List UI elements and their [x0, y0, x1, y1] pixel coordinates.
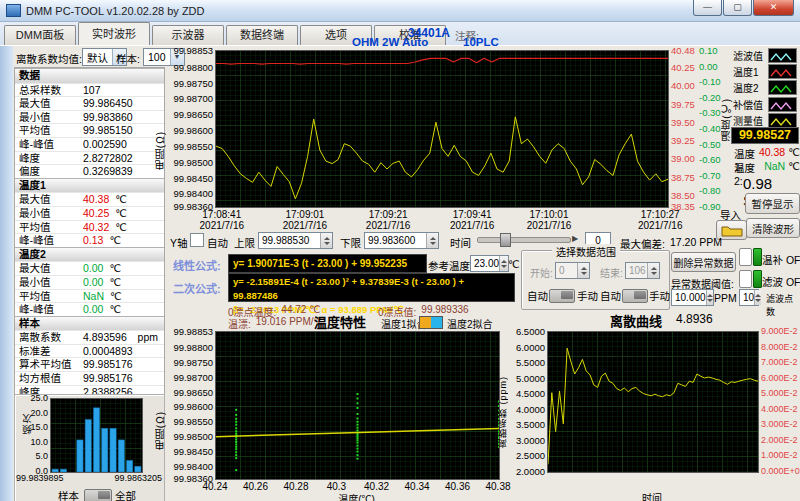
range-end-input[interactable]: 106: [625, 262, 660, 279]
stats-section-header: 温度1: [15, 178, 164, 193]
axis-tick: -0.90: [699, 201, 721, 212]
remove-outliers-button[interactable]: 删除异常数据: [671, 252, 736, 272]
legend-item-补偿值[interactable]: 补偿值: [733, 96, 797, 112]
axis-tick: 25.0: [30, 393, 48, 403]
clear-button[interactable]: 清除波形: [746, 218, 800, 238]
axis-tick: 99.98750: [173, 357, 213, 368]
content-area: 离散系数均值: 默认 ▼ 样本: 100 ▼ 数据总采样数107最大值99.98…: [0, 45, 800, 501]
ref-temp-unit: ℃: [508, 258, 520, 270]
tab-DMM面板[interactable]: DMM面板: [4, 25, 76, 45]
tab-示波器[interactable]: 示波器: [152, 25, 224, 45]
tab-实时波形[interactable]: 实时波形: [78, 22, 150, 45]
stats-section-header: 样本: [15, 316, 164, 331]
stats-row: 峰-峰值0.13℃: [15, 233, 164, 247]
spinner[interactable]: [426, 233, 438, 248]
axis-tick: 99.98853: [173, 45, 213, 56]
filter-toggle[interactable]: [739, 270, 762, 288]
time-slider[interactable]: [477, 237, 571, 243]
pause-button[interactable]: 暂停显示: [745, 193, 800, 214]
temp-drift-label: 温漂:: [228, 316, 251, 331]
ref-temp-input[interactable]: 23.00: [470, 255, 509, 272]
tab-数据终端[interactable]: 数据终端: [226, 25, 298, 45]
axis-tick: 17:10:012021/7/16: [527, 209, 572, 231]
plc-label: 10PLC: [463, 36, 499, 48]
axis-tick: 3.0000: [516, 435, 545, 446]
axis-tick: 2.5000: [516, 450, 545, 461]
slider-right-arrow-icon[interactable]: ▶: [572, 234, 578, 243]
stats-row: 最大值0.00℃: [15, 261, 164, 275]
range-toggle-2[interactable]: [622, 289, 648, 303]
spinner[interactable]: [499, 256, 508, 271]
axis-tick: 20.0: [30, 408, 48, 418]
time-slider-knob[interactable]: [500, 233, 511, 247]
axis-tick: 99.98500: [173, 157, 213, 168]
axis-tick: 6.5000: [516, 326, 545, 337]
threshold-input[interactable]: 10.000: [671, 289, 714, 306]
quad-formula-label: 二次公式:: [173, 280, 221, 296]
titlebar[interactable]: DMM PC-TOOL v1.20.02.28 by ZDD — ▢ ✕: [0, 0, 800, 22]
range-start-input[interactable]: 0: [555, 262, 590, 279]
sample-all-toggle[interactable]: [84, 489, 112, 501]
stats-row: 均方根值99.985176: [15, 371, 164, 385]
hist-y-axis: 25.020.015.010.05.00.0: [26, 398, 48, 471]
axis-tick: 99.98853: [173, 326, 213, 337]
legend-waveform-icon: [768, 97, 797, 112]
stats-row: 平均值99.985150: [15, 123, 164, 137]
axis-tick: 99.98400: [173, 188, 213, 199]
folder-icon: [721, 224, 743, 237]
range-start-label: 开始:: [530, 265, 553, 280]
dispersion-y-axis: 6.50006.00005.50005.00004.50004.00003.50…: [506, 331, 545, 471]
maximize-button[interactable]: ▢: [723, 0, 752, 16]
main-waveform-chart[interactable]: [215, 50, 669, 208]
axis-tick: 99.98600: [173, 401, 213, 412]
axis-tick: 6.0000: [516, 342, 545, 353]
legend-waveform-icon: [768, 113, 797, 128]
spinner[interactable]: [647, 263, 659, 278]
axis-tick: 9.000E-2: [761, 326, 798, 336]
legend-item-温度2[interactable]: 温度2: [733, 80, 797, 96]
axis-tick: 3.000E-2: [761, 419, 798, 429]
axis-tick: 2.0000: [516, 466, 545, 477]
axis-tick: -0.50: [699, 139, 721, 150]
stats-row: 峰-峰值0.002590: [15, 137, 164, 151]
spinner[interactable]: [754, 290, 761, 305]
stats-row: 偏度0.3269839: [15, 164, 164, 178]
lower-limit-input[interactable]: 99.983600: [364, 232, 439, 249]
temp-characteristic-chart[interactable]: [215, 331, 500, 480]
all-toggle-label: 全部: [115, 488, 136, 501]
legend-item-温度1[interactable]: 温度1: [733, 63, 797, 79]
close-button[interactable]: ✕: [753, 0, 794, 16]
axis-tick: 8.000E-2: [761, 342, 798, 352]
axis-tick: 17:09:212021/7/16: [366, 209, 411, 231]
axis-tick: -0.20: [699, 92, 721, 103]
mode-label: OHM 2W Auto: [352, 36, 428, 48]
yaxis-auto-checkbox[interactable]: [190, 233, 204, 247]
axis-tick: 99.98700: [173, 93, 213, 104]
axis-tick: -0.60: [699, 154, 721, 165]
filter-points-input[interactable]: 10: [739, 289, 759, 306]
cv-mean-label: 离散系数均值:: [16, 51, 82, 66]
temp-comp-toggle[interactable]: [739, 248, 762, 266]
dispersion-chart[interactable]: [547, 331, 759, 473]
range-toggle-1[interactable]: [549, 289, 575, 303]
fit2-swatch: [431, 316, 443, 329]
spinner[interactable]: [577, 263, 589, 278]
legend-label: 滤波值: [733, 48, 768, 63]
filter-label: 滤波 OFF: [762, 274, 800, 289]
spinner[interactable]: [706, 290, 713, 305]
sample-toggle-label: 样本: [58, 488, 79, 501]
axis-tick: 5.5000: [516, 357, 545, 368]
legend-item-滤波值[interactable]: 滤波值: [733, 47, 797, 63]
axis-tick: 39.25: [671, 135, 695, 146]
axis-tick: 0.00: [699, 61, 718, 72]
lower-limit-value: 99.983600: [368, 235, 415, 246]
minimize-button[interactable]: —: [693, 0, 722, 16]
stats-row: 峰-峰值0.00℃: [15, 302, 164, 316]
histogram-chart[interactable]: [50, 398, 143, 473]
spinner[interactable]: [320, 233, 332, 248]
sample-label: 样本:: [116, 51, 140, 66]
stats-row: 总采样数107: [15, 83, 164, 97]
upper-limit-input[interactable]: 99.988530: [258, 232, 333, 249]
temp-drift: 温漂: 19.016 PPM/℃: [228, 316, 325, 331]
range-end-value: 106: [629, 265, 646, 276]
